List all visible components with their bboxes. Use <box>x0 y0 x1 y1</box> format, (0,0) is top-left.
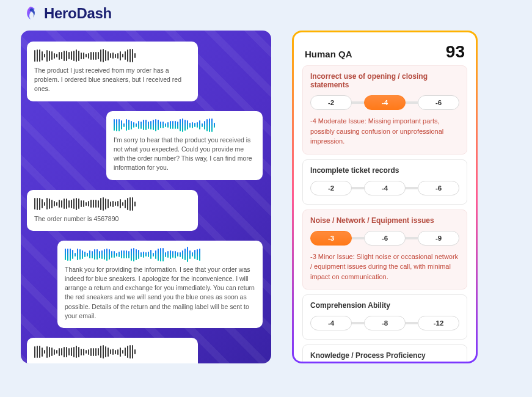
qa-metric-title: Noise / Network / Equipment issues <box>310 216 459 225</box>
chat-message-text: The product I just received from my orde… <box>34 66 191 94</box>
qa-option[interactable]: -2 <box>310 181 352 195</box>
chat-message-text: Okay, thank you for your help. I hope to… <box>34 362 191 363</box>
qa-metric: Incorrect use of opening / closing state… <box>302 65 467 155</box>
qa-metric-options: -2-4-6 <box>310 181 459 195</box>
qa-metric: Noise / Network / Equipment issues-3-6-9… <box>302 209 467 290</box>
chat-panel: The product I just received from my orde… <box>21 31 271 363</box>
audio-waveform-icon <box>65 247 255 263</box>
qa-option[interactable]: -4 <box>364 181 406 195</box>
qa-option[interactable]: -3 <box>310 231 352 246</box>
chat-message: The product I just received from my orde… <box>27 42 198 101</box>
qa-metric-options: -2-4-6 <box>310 95 459 110</box>
audio-waveform-icon <box>34 344 191 360</box>
chat-message: The order number is 4567890 <box>27 190 198 231</box>
chat-message-text: Thank you for providing the information.… <box>65 265 255 321</box>
qa-metric-options: -4-8-12 <box>310 316 459 330</box>
qa-metric-options: -3-6-9 <box>310 231 459 246</box>
chat-message: I'm sorry to hear that the product you r… <box>106 111 263 180</box>
qa-metric-title: Comprehension Ability <box>310 301 459 310</box>
chat-message-text: The order number is 4567890 <box>34 214 191 224</box>
qa-metric-title: Knowledge / Process Proficiency <box>310 351 459 360</box>
audio-waveform-icon <box>34 48 191 64</box>
qa-option[interactable]: -2 <box>310 95 352 110</box>
chat-message: Thank you for providing the information.… <box>57 241 263 328</box>
audio-waveform-icon <box>114 117 255 133</box>
qa-score: 93 <box>446 42 465 62</box>
qa-metric: Incomplete ticket records-2-4-6 <box>302 159 467 205</box>
qa-panel: Human QA 93 Incorrect use of opening / c… <box>292 31 478 363</box>
qa-metric-note: -3 Minor Issue: Slight noise or occasion… <box>310 252 459 282</box>
qa-metric-note: -4 Moderate Issue: Missing important par… <box>310 116 459 147</box>
audio-waveform-icon <box>34 196 191 212</box>
qa-option[interactable]: -4 <box>364 95 406 110</box>
qa-metric: Comprehension Ability-4-8-12 <box>302 294 467 340</box>
qa-metric-title: Incomplete ticket records <box>310 166 459 175</box>
qa-option[interactable]: -9 <box>418 231 459 246</box>
qa-option[interactable]: -8 <box>364 316 406 330</box>
qa-metric-title: Incorrect use of opening / closing state… <box>310 72 459 89</box>
brand-logo: HeroDash <box>22 5 511 22</box>
brand-name: HeroDash <box>44 5 112 22</box>
logo-swirl-icon <box>22 5 39 22</box>
chat-message: Okay, thank you for your help. I hope to… <box>27 338 198 363</box>
qa-metric: Knowledge / Process Proficiency-4-8-12 <box>302 344 467 362</box>
qa-option[interactable]: -6 <box>418 181 459 195</box>
chat-message-text: I'm sorry to hear that the product you r… <box>114 136 255 173</box>
qa-option[interactable]: -6 <box>418 95 459 110</box>
qa-option[interactable]: -4 <box>310 316 352 330</box>
qa-title: Human QA <box>305 49 352 59</box>
qa-option[interactable]: -6 <box>364 231 406 246</box>
qa-option[interactable]: -12 <box>418 316 459 330</box>
